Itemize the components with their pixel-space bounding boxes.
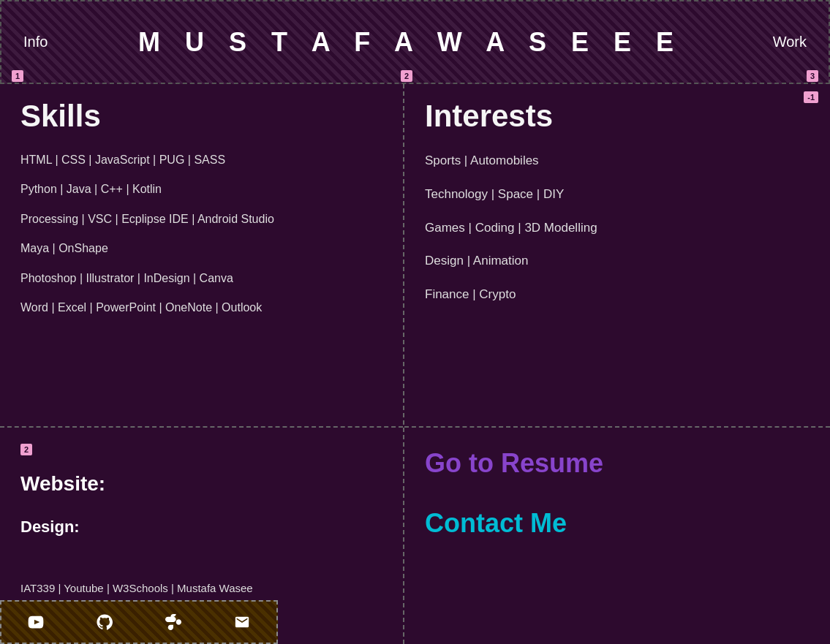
right-column: Interests Sports | Automobiles Technolog…: [404, 84, 830, 644]
lower-left-section: 2 Website: Design:: [0, 428, 403, 537]
interest-item-5: Finance | Crypto: [425, 286, 810, 303]
interests-section: Interests Sports | Automobiles Technolog…: [404, 84, 830, 428]
lower-right-section: Go to Resume Contact Me: [404, 428, 830, 559]
skill-item-2: Python | Java | C++ | Kotlin: [20, 181, 382, 197]
interest-item-4: Design | Animation: [425, 252, 810, 270]
interests-title: Interests: [425, 99, 810, 134]
badge-1: 1: [12, 70, 23, 82]
badge-3: 3: [807, 70, 818, 82]
interest-item-3: Games | Coding | 3D Modelling: [425, 219, 810, 237]
main-content: Skills HTML | CSS | JavaScript | PUG | S…: [0, 84, 830, 644]
figma-icon[interactable]: [159, 607, 188, 637]
go-to-resume-link[interactable]: Go to Resume: [425, 448, 810, 479]
header-title: M U S T A F A W A S E E E: [138, 27, 682, 58]
websites-text: IAT339 | Youtube | W3Schools | Mustafa W…: [20, 582, 253, 594]
email-icon[interactable]: [227, 607, 257, 637]
header: Info M U S T A F A W A S E E E Work: [0, 0, 830, 84]
header-work-link[interactable]: Work: [773, 34, 807, 50]
design-label: Design:: [20, 518, 382, 537]
left-column: Skills HTML | CSS | JavaScript | PUG | S…: [0, 84, 404, 644]
badge-2: 2: [401, 70, 412, 82]
interest-item-2: Technology | Space | DIY: [425, 186, 810, 203]
skill-item-6: Word | Excel | PowerPoint | OneNote | Ou…: [20, 300, 382, 316]
github-icon[interactable]: [90, 607, 119, 637]
skills-title: Skills: [20, 99, 382, 134]
youtube-icon[interactable]: [21, 607, 50, 637]
skill-item-1: HTML | CSS | JavaScript | PUG | SASS: [20, 152, 382, 168]
bottom-icon-bar: [0, 600, 278, 644]
header-info-link[interactable]: Info: [23, 34, 48, 50]
skill-item-5: Photoshop | Illustrator | InDesign | Can…: [20, 270, 382, 287]
skill-item-4: Maya | OnShape: [20, 240, 382, 257]
skills-section: Skills HTML | CSS | JavaScript | PUG | S…: [0, 84, 403, 428]
interest-item-1: Sports | Automobiles: [425, 152, 810, 170]
badge-upper-right: -1: [804, 91, 818, 103]
skill-item-3: Processing | VSC | Ecplipse IDE | Androi…: [20, 211, 382, 227]
website-label: Website:: [20, 472, 382, 496]
contact-me-link[interactable]: Contact Me: [425, 508, 810, 539]
badge-lower-left: 2: [20, 444, 32, 455]
